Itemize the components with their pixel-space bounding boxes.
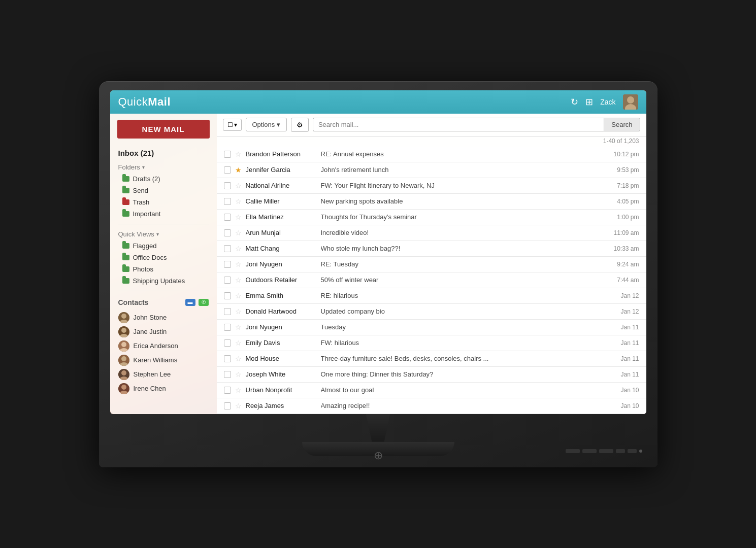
monitor-power-dot bbox=[639, 450, 642, 453]
email-checkbox[interactable] bbox=[224, 166, 231, 174]
email-time: Jan 12 bbox=[609, 292, 639, 299]
star-icon[interactable]: ☆ bbox=[235, 370, 242, 379]
email-sender: Reeja James bbox=[246, 402, 317, 409]
quick-views-section[interactable]: Quick Views ▾ bbox=[110, 228, 217, 240]
sidebar-item-trash[interactable]: Trash bbox=[110, 196, 217, 208]
search-input[interactable] bbox=[313, 118, 604, 131]
sidebar-item-important[interactable]: Important bbox=[110, 208, 217, 220]
email-row[interactable]: ☆ Ella Martinez Thoughts for Thursday's … bbox=[217, 210, 646, 225]
email-row[interactable]: ☆ Mod House Three-day furniture sale! Be… bbox=[217, 351, 646, 367]
star-icon[interactable]: ☆ bbox=[235, 182, 242, 190]
email-row[interactable]: ☆ Emily Davis FW: hilarious Jan 11 bbox=[217, 335, 646, 351]
contact-irene-chen[interactable]: Irene Chen bbox=[118, 382, 209, 396]
star-icon[interactable]: ☆ bbox=[235, 150, 242, 158]
new-mail-button[interactable]: NEW MAIL bbox=[117, 120, 210, 139]
contacts-label: Contacts bbox=[118, 298, 149, 306]
email-checkbox[interactable] bbox=[224, 324, 231, 331]
star-icon[interactable]: ☆ bbox=[235, 355, 242, 363]
monitor-btn-2[interactable] bbox=[582, 449, 597, 453]
sidebar-item-label: Drafts (2) bbox=[133, 175, 160, 183]
sidebar-item-send[interactable]: Send bbox=[110, 185, 217, 196]
email-row[interactable]: ☆ Matt Chang Who stole my lunch bag??! 1… bbox=[217, 241, 646, 257]
contacts-phone-icon[interactable]: ✆ bbox=[199, 299, 209, 306]
contact-karen-williams[interactable]: Karen Williams bbox=[118, 353, 209, 367]
contacts-video-icon[interactable]: ▬ bbox=[185, 299, 195, 306]
email-row[interactable]: ★ Jennifer Garcia John's retirement lunc… bbox=[217, 162, 646, 178]
email-sender: Joni Nyugen bbox=[246, 323, 317, 331]
email-row[interactable]: ☆ National Airline FW: Your Flight Itine… bbox=[217, 178, 646, 194]
email-row[interactable]: ☆ Emma Smith RE: hilarious Jan 12 bbox=[217, 288, 646, 304]
monitor-btn-3[interactable] bbox=[599, 449, 613, 453]
search-button[interactable]: Search bbox=[604, 118, 640, 131]
svg-point-10 bbox=[121, 342, 126, 347]
email-row[interactable]: ☆ Urban Nonprofit Almost to our goal Jan… bbox=[217, 383, 646, 398]
email-row[interactable]: ☆ Reeja James Amazing recipe!! Jan 10 bbox=[217, 398, 646, 414]
email-row[interactable]: ☆ Joni Nyugen Tuesday Jan 11 bbox=[217, 320, 646, 335]
contact-stephen-lee[interactable]: Stephen Lee bbox=[118, 367, 209, 382]
sidebar-item-shipping[interactable]: Shipping Updates bbox=[110, 275, 217, 287]
email-checkbox[interactable] bbox=[224, 371, 231, 378]
contact-jane-justin[interactable]: Jane Justin bbox=[118, 325, 209, 339]
star-icon[interactable]: ☆ bbox=[235, 276, 242, 284]
star-icon[interactable]: ☆ bbox=[235, 323, 242, 331]
email-row[interactable]: ☆ Outdoors Retailer 50% off winter wear … bbox=[217, 272, 646, 288]
email-row[interactable]: ☆ Brandon Patterson RE: Annual expenses … bbox=[217, 147, 646, 162]
gear-button[interactable]: ⚙ bbox=[291, 118, 309, 132]
email-subject: Incredible video! bbox=[321, 229, 605, 236]
sidebar-item-flagged[interactable]: Flagged bbox=[110, 240, 217, 252]
contact-avatar bbox=[118, 340, 129, 352]
options-button[interactable]: Options ▾ bbox=[246, 118, 287, 131]
refresh-icon[interactable]: ↻ bbox=[571, 96, 578, 108]
monitor-btn-4[interactable] bbox=[616, 449, 625, 453]
sidebar-item-office-docs[interactable]: Office Docs bbox=[110, 252, 217, 263]
email-row[interactable]: ☆ Joseph White One more thing: Dinner th… bbox=[217, 367, 646, 383]
email-checkbox[interactable] bbox=[224, 387, 231, 394]
email-row[interactable]: ☆ Donald Hartwood Updated company bio Ja… bbox=[217, 304, 646, 320]
folders-section[interactable]: Folders ▾ bbox=[110, 161, 217, 173]
star-icon[interactable]: ★ bbox=[235, 166, 242, 174]
folder-icon-office-docs bbox=[122, 255, 129, 260]
contact-erica-anderson[interactable]: Erica Anderson bbox=[118, 339, 209, 353]
email-checkbox[interactable] bbox=[224, 245, 231, 252]
sidebar-item-drafts[interactable]: Drafts (2) bbox=[110, 173, 217, 185]
email-row[interactable]: ☆ Callie Miller New parking spots availa… bbox=[217, 194, 646, 210]
star-icon[interactable]: ☆ bbox=[235, 260, 242, 268]
email-checkbox[interactable] bbox=[224, 339, 231, 347]
app-layout: NEW MAIL Inbox (21) Folders ▾ Drafts (2)… bbox=[110, 114, 646, 414]
email-time: 1:00 pm bbox=[609, 214, 639, 221]
email-checkbox[interactable] bbox=[224, 355, 231, 362]
email-checkbox[interactable] bbox=[224, 292, 231, 299]
star-icon[interactable]: ☆ bbox=[235, 402, 242, 410]
star-icon[interactable]: ☆ bbox=[235, 307, 242, 316]
star-icon[interactable]: ☆ bbox=[235, 339, 242, 347]
email-checkbox[interactable] bbox=[224, 229, 231, 236]
email-sender: Urban Nonprofit bbox=[246, 386, 317, 394]
quick-views-arrow: ▾ bbox=[156, 231, 159, 237]
email-checkbox[interactable] bbox=[224, 151, 231, 158]
email-checkbox[interactable] bbox=[224, 198, 231, 205]
email-row[interactable]: ☆ Arun Munjal Incredible video! 11:09 am bbox=[217, 225, 646, 241]
email-checkbox[interactable] bbox=[224, 308, 231, 315]
sidebar-item-photos[interactable]: Photos bbox=[110, 263, 217, 275]
email-checkbox[interactable] bbox=[224, 402, 231, 409]
monitor-btn-5[interactable] bbox=[628, 449, 637, 453]
grid-icon[interactable]: ⊞ bbox=[585, 96, 593, 108]
contact-john-stone[interactable]: John Stone bbox=[118, 311, 209, 325]
email-list[interactable]: ☆ Brandon Patterson RE: Annual expenses … bbox=[217, 147, 646, 414]
star-icon[interactable]: ☆ bbox=[235, 386, 242, 394]
email-subject: New parking spots available bbox=[321, 197, 605, 205]
email-checkbox[interactable] bbox=[224, 214, 231, 221]
email-time: 7:44 am bbox=[609, 277, 639, 284]
email-checkbox[interactable] bbox=[224, 182, 231, 189]
star-icon[interactable]: ☆ bbox=[235, 245, 242, 253]
star-icon[interactable]: ☆ bbox=[235, 292, 242, 300]
monitor-btn-1[interactable] bbox=[566, 449, 580, 453]
email-row[interactable]: ☆ Joni Nyugen RE: Tuesday 9:24 am bbox=[217, 257, 646, 272]
email-checkbox[interactable] bbox=[224, 277, 231, 284]
select-all-button[interactable]: ☐ ▾ bbox=[223, 119, 242, 131]
email-checkbox[interactable] bbox=[224, 261, 231, 268]
email-sender: Ella Martinez bbox=[246, 213, 317, 221]
star-icon[interactable]: ☆ bbox=[235, 229, 242, 237]
star-icon[interactable]: ☆ bbox=[235, 197, 242, 206]
star-icon[interactable]: ☆ bbox=[235, 213, 242, 221]
